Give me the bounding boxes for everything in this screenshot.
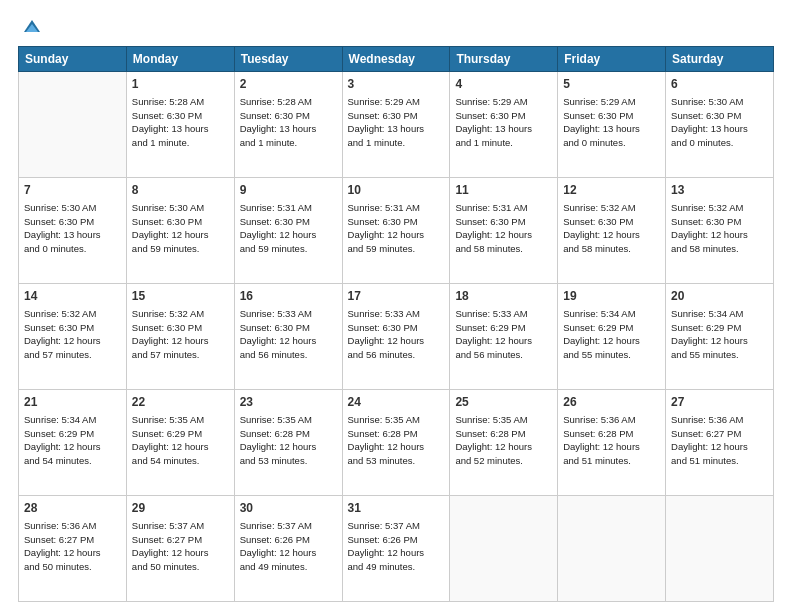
weekday-header-wednesday: Wednesday bbox=[342, 47, 450, 72]
calendar-cell bbox=[558, 496, 666, 602]
calendar-week-row: 21Sunrise: 5:34 AMSunset: 6:29 PMDayligh… bbox=[19, 390, 774, 496]
calendar-cell: 2Sunrise: 5:28 AMSunset: 6:30 PMDaylight… bbox=[234, 72, 342, 178]
day-number: 20 bbox=[671, 288, 768, 305]
day-number: 28 bbox=[24, 500, 121, 517]
day-number: 24 bbox=[348, 394, 445, 411]
calendar-cell: 14Sunrise: 5:32 AMSunset: 6:30 PMDayligh… bbox=[19, 284, 127, 390]
day-info: Sunrise: 5:29 AMSunset: 6:30 PMDaylight:… bbox=[563, 95, 660, 150]
day-number: 21 bbox=[24, 394, 121, 411]
day-number: 11 bbox=[455, 182, 552, 199]
calendar-cell: 3Sunrise: 5:29 AMSunset: 6:30 PMDaylight… bbox=[342, 72, 450, 178]
day-info: Sunrise: 5:36 AMSunset: 6:27 PMDaylight:… bbox=[24, 519, 121, 574]
day-number: 29 bbox=[132, 500, 229, 517]
calendar-cell: 8Sunrise: 5:30 AMSunset: 6:30 PMDaylight… bbox=[126, 178, 234, 284]
day-number: 7 bbox=[24, 182, 121, 199]
day-info: Sunrise: 5:29 AMSunset: 6:30 PMDaylight:… bbox=[455, 95, 552, 150]
day-info: Sunrise: 5:35 AMSunset: 6:28 PMDaylight:… bbox=[455, 413, 552, 468]
calendar-cell: 29Sunrise: 5:37 AMSunset: 6:27 PMDayligh… bbox=[126, 496, 234, 602]
logo bbox=[18, 18, 42, 38]
day-info: Sunrise: 5:37 AMSunset: 6:26 PMDaylight:… bbox=[240, 519, 337, 574]
day-info: Sunrise: 5:32 AMSunset: 6:30 PMDaylight:… bbox=[563, 201, 660, 256]
calendar-cell: 21Sunrise: 5:34 AMSunset: 6:29 PMDayligh… bbox=[19, 390, 127, 496]
day-info: Sunrise: 5:37 AMSunset: 6:27 PMDaylight:… bbox=[132, 519, 229, 574]
day-info: Sunrise: 5:33 AMSunset: 6:30 PMDaylight:… bbox=[348, 307, 445, 362]
day-info: Sunrise: 5:30 AMSunset: 6:30 PMDaylight:… bbox=[671, 95, 768, 150]
day-info: Sunrise: 5:33 AMSunset: 6:30 PMDaylight:… bbox=[240, 307, 337, 362]
page: SundayMondayTuesdayWednesdayThursdayFrid… bbox=[0, 0, 792, 612]
day-number: 14 bbox=[24, 288, 121, 305]
day-number: 23 bbox=[240, 394, 337, 411]
weekday-header-friday: Friday bbox=[558, 47, 666, 72]
day-info: Sunrise: 5:32 AMSunset: 6:30 PMDaylight:… bbox=[24, 307, 121, 362]
day-number: 17 bbox=[348, 288, 445, 305]
day-number: 8 bbox=[132, 182, 229, 199]
calendar-table: SundayMondayTuesdayWednesdayThursdayFrid… bbox=[18, 46, 774, 602]
calendar-cell bbox=[450, 496, 558, 602]
calendar-cell: 15Sunrise: 5:32 AMSunset: 6:30 PMDayligh… bbox=[126, 284, 234, 390]
calendar-week-row: 28Sunrise: 5:36 AMSunset: 6:27 PMDayligh… bbox=[19, 496, 774, 602]
header bbox=[18, 18, 774, 38]
day-info: Sunrise: 5:35 AMSunset: 6:29 PMDaylight:… bbox=[132, 413, 229, 468]
day-number: 26 bbox=[563, 394, 660, 411]
day-number: 4 bbox=[455, 76, 552, 93]
day-info: Sunrise: 5:35 AMSunset: 6:28 PMDaylight:… bbox=[240, 413, 337, 468]
day-number: 22 bbox=[132, 394, 229, 411]
calendar-week-row: 1Sunrise: 5:28 AMSunset: 6:30 PMDaylight… bbox=[19, 72, 774, 178]
calendar-cell: 4Sunrise: 5:29 AMSunset: 6:30 PMDaylight… bbox=[450, 72, 558, 178]
day-info: Sunrise: 5:34 AMSunset: 6:29 PMDaylight:… bbox=[24, 413, 121, 468]
day-number: 9 bbox=[240, 182, 337, 199]
weekday-header-tuesday: Tuesday bbox=[234, 47, 342, 72]
day-number: 2 bbox=[240, 76, 337, 93]
calendar-cell: 17Sunrise: 5:33 AMSunset: 6:30 PMDayligh… bbox=[342, 284, 450, 390]
day-info: Sunrise: 5:34 AMSunset: 6:29 PMDaylight:… bbox=[671, 307, 768, 362]
day-number: 1 bbox=[132, 76, 229, 93]
day-info: Sunrise: 5:31 AMSunset: 6:30 PMDaylight:… bbox=[348, 201, 445, 256]
calendar-cell: 28Sunrise: 5:36 AMSunset: 6:27 PMDayligh… bbox=[19, 496, 127, 602]
day-info: Sunrise: 5:30 AMSunset: 6:30 PMDaylight:… bbox=[132, 201, 229, 256]
day-number: 18 bbox=[455, 288, 552, 305]
calendar-cell: 9Sunrise: 5:31 AMSunset: 6:30 PMDaylight… bbox=[234, 178, 342, 284]
day-info: Sunrise: 5:37 AMSunset: 6:26 PMDaylight:… bbox=[348, 519, 445, 574]
day-number: 3 bbox=[348, 76, 445, 93]
calendar-cell: 19Sunrise: 5:34 AMSunset: 6:29 PMDayligh… bbox=[558, 284, 666, 390]
day-number: 13 bbox=[671, 182, 768, 199]
day-info: Sunrise: 5:29 AMSunset: 6:30 PMDaylight:… bbox=[348, 95, 445, 150]
day-info: Sunrise: 5:28 AMSunset: 6:30 PMDaylight:… bbox=[240, 95, 337, 150]
day-number: 31 bbox=[348, 500, 445, 517]
day-info: Sunrise: 5:30 AMSunset: 6:30 PMDaylight:… bbox=[24, 201, 121, 256]
logo-icon bbox=[22, 18, 42, 38]
day-info: Sunrise: 5:31 AMSunset: 6:30 PMDaylight:… bbox=[455, 201, 552, 256]
day-number: 12 bbox=[563, 182, 660, 199]
calendar-cell: 5Sunrise: 5:29 AMSunset: 6:30 PMDaylight… bbox=[558, 72, 666, 178]
calendar-cell: 30Sunrise: 5:37 AMSunset: 6:26 PMDayligh… bbox=[234, 496, 342, 602]
day-info: Sunrise: 5:28 AMSunset: 6:30 PMDaylight:… bbox=[132, 95, 229, 150]
day-number: 6 bbox=[671, 76, 768, 93]
day-info: Sunrise: 5:32 AMSunset: 6:30 PMDaylight:… bbox=[671, 201, 768, 256]
day-number: 19 bbox=[563, 288, 660, 305]
calendar-cell: 6Sunrise: 5:30 AMSunset: 6:30 PMDaylight… bbox=[666, 72, 774, 178]
calendar-cell: 13Sunrise: 5:32 AMSunset: 6:30 PMDayligh… bbox=[666, 178, 774, 284]
calendar-cell bbox=[19, 72, 127, 178]
day-info: Sunrise: 5:33 AMSunset: 6:29 PMDaylight:… bbox=[455, 307, 552, 362]
calendar-cell: 10Sunrise: 5:31 AMSunset: 6:30 PMDayligh… bbox=[342, 178, 450, 284]
calendar-cell: 11Sunrise: 5:31 AMSunset: 6:30 PMDayligh… bbox=[450, 178, 558, 284]
weekday-header-thursday: Thursday bbox=[450, 47, 558, 72]
day-info: Sunrise: 5:36 AMSunset: 6:27 PMDaylight:… bbox=[671, 413, 768, 468]
day-number: 5 bbox=[563, 76, 660, 93]
day-info: Sunrise: 5:35 AMSunset: 6:28 PMDaylight:… bbox=[348, 413, 445, 468]
weekday-header-sunday: Sunday bbox=[19, 47, 127, 72]
calendar-week-row: 14Sunrise: 5:32 AMSunset: 6:30 PMDayligh… bbox=[19, 284, 774, 390]
day-number: 10 bbox=[348, 182, 445, 199]
day-number: 25 bbox=[455, 394, 552, 411]
calendar-cell: 20Sunrise: 5:34 AMSunset: 6:29 PMDayligh… bbox=[666, 284, 774, 390]
day-info: Sunrise: 5:32 AMSunset: 6:30 PMDaylight:… bbox=[132, 307, 229, 362]
day-number: 27 bbox=[671, 394, 768, 411]
day-info: Sunrise: 5:31 AMSunset: 6:30 PMDaylight:… bbox=[240, 201, 337, 256]
calendar-cell: 25Sunrise: 5:35 AMSunset: 6:28 PMDayligh… bbox=[450, 390, 558, 496]
calendar-cell: 7Sunrise: 5:30 AMSunset: 6:30 PMDaylight… bbox=[19, 178, 127, 284]
weekday-header-monday: Monday bbox=[126, 47, 234, 72]
calendar-cell: 12Sunrise: 5:32 AMSunset: 6:30 PMDayligh… bbox=[558, 178, 666, 284]
calendar-cell: 16Sunrise: 5:33 AMSunset: 6:30 PMDayligh… bbox=[234, 284, 342, 390]
weekday-header-row: SundayMondayTuesdayWednesdayThursdayFrid… bbox=[19, 47, 774, 72]
calendar-cell: 26Sunrise: 5:36 AMSunset: 6:28 PMDayligh… bbox=[558, 390, 666, 496]
